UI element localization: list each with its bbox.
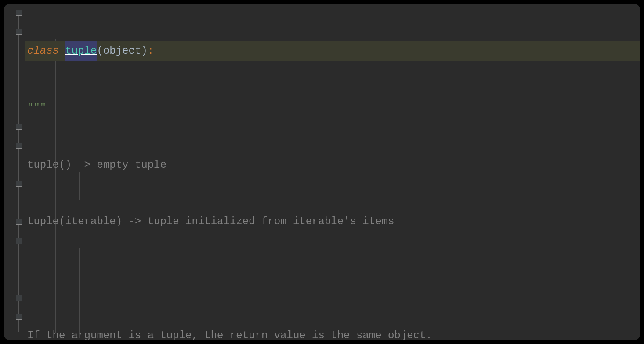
code-line[interactable]: class tuple(object): [25,41,640,60]
docstring-text: tuple(iterable) -> tuple initialized fro… [27,212,394,231]
fold-toggle-icon[interactable]: − [16,238,22,244]
fold-guide [18,16,19,332]
base-class: object [103,41,141,60]
gutter: −−−−−−−−− [4,4,25,340]
fold-toggle-icon[interactable]: − [16,124,22,130]
class-name: tuple [65,41,97,60]
fold-toggle-icon[interactable]: − [16,295,22,301]
code-area[interactable]: class tuple(object): """ tuple() -> empt… [25,4,640,340]
lparen: ( [97,41,103,60]
docstring-quote: """ [27,98,46,117]
fold-toggle-icon[interactable]: − [16,314,22,320]
fold-toggle-icon[interactable]: − [16,143,22,149]
code-line[interactable]: """ [25,98,640,117]
code-line[interactable]: If the argument is a tuple, the return v… [25,326,640,340]
docstring-text: If the argument is a tuple, the return v… [27,326,432,340]
fold-toggle-icon[interactable]: − [16,219,22,225]
rparen: ) [141,41,147,60]
fold-toggle-icon[interactable]: − [16,10,22,16]
fold-toggle-icon[interactable]: − [16,29,22,35]
code-line[interactable]: tuple(iterable) -> tuple initialized fro… [25,212,640,231]
code-editor: −−−−−−−−− class tuple(object): """ tuple… [4,4,640,340]
colon: : [148,41,154,60]
keyword-class: class [27,41,65,60]
docstring-text: tuple() -> empty tuple [27,155,166,174]
fold-toggle-icon[interactable]: − [16,181,22,187]
code-line[interactable]: tuple() -> empty tuple [25,155,640,174]
code-line[interactable] [25,269,640,288]
